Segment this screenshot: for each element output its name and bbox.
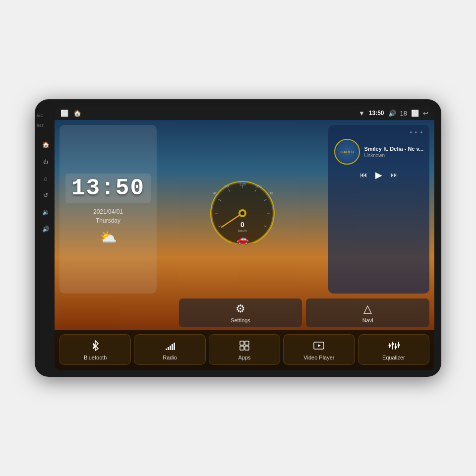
bluetooth-label: Bluetooth xyxy=(84,355,107,360)
settings-button[interactable]: ⚙ Settings xyxy=(179,298,302,327)
svg-rect-29 xyxy=(245,346,249,350)
spacer xyxy=(60,298,175,327)
svg-marker-31 xyxy=(318,344,321,347)
play-button[interactable]: ▶ xyxy=(375,170,382,180)
equalizer-label: Equalizer xyxy=(382,355,405,360)
navi-label: Navi xyxy=(362,317,373,323)
equalizer-icon xyxy=(388,340,400,352)
apps-label: Apps xyxy=(238,355,250,360)
speedometer-svg: 40 80 120 160 200 0 km/h xyxy=(203,174,282,243)
apps-button[interactable]: Apps xyxy=(209,334,280,365)
svg-text:120: 120 xyxy=(239,182,246,186)
home-side-icon[interactable]: 🏠 xyxy=(40,139,52,151)
settings-navi-row: ⚙ Settings △ Navi xyxy=(55,298,434,330)
radio-button[interactable]: Radio xyxy=(134,334,205,365)
svg-text:0: 0 xyxy=(240,221,244,229)
artist-name: Unknown xyxy=(364,153,423,158)
music-widget: ✦ ✦ ✦ CARFU Smiley ft. Delia - Ne v... U… xyxy=(328,125,429,294)
status-left: ⬜ 🏠 xyxy=(60,110,81,117)
video-player-button[interactable]: Video Player xyxy=(283,334,355,365)
settings-icon: ⚙ xyxy=(236,302,245,315)
status-time: 13:50 xyxy=(369,110,384,117)
equalizer-button[interactable]: Equalizer xyxy=(358,334,429,365)
next-button[interactable]: ⏭ xyxy=(390,171,398,179)
svg-point-37 xyxy=(394,346,397,349)
volume-level: 18 xyxy=(400,110,407,117)
bluetooth-button[interactable]: Bluetooth xyxy=(60,334,131,365)
speedometer-widget: 40 80 120 160 200 0 km/h xyxy=(161,125,324,294)
svg-rect-26 xyxy=(240,341,244,345)
video-player-label: Video Player xyxy=(303,355,334,360)
album-art: CARFU xyxy=(334,139,360,165)
radio-icon xyxy=(164,340,176,352)
back-side-icon[interactable]: ↺ xyxy=(40,189,52,201)
svg-rect-24 xyxy=(172,344,173,350)
svg-point-33 xyxy=(388,345,391,347)
screen-status-icon: ⬜ xyxy=(411,110,419,117)
prev-button[interactable]: ⏮ xyxy=(359,171,367,179)
music-top: CARFU Smiley ft. Delia - Ne v... Unknown xyxy=(334,139,423,165)
svg-point-18 xyxy=(240,211,244,215)
bottom-app-bar: Bluetooth Radio xyxy=(55,330,434,370)
top-widgets: 13:50 2021/04/01 Thursday ⛅ xyxy=(55,120,434,298)
window-icon: ⬜ xyxy=(60,110,68,117)
settings-label: Settings xyxy=(231,317,250,323)
mic-label: MIC xyxy=(37,114,43,118)
svg-text:200: 200 xyxy=(267,191,274,195)
wifi-icon: ▼ xyxy=(358,110,365,117)
svg-point-35 xyxy=(391,343,394,346)
svg-point-39 xyxy=(397,344,400,347)
screen: ⬜ 🏠 ▼ 13:50 🔊 18 ⬜ ↩ 13:50 2021/04/01 xyxy=(55,106,434,370)
apps-icon xyxy=(238,340,250,352)
back-status-icon: ↩ xyxy=(423,110,428,117)
svg-rect-23 xyxy=(170,346,171,350)
svg-rect-22 xyxy=(168,347,169,350)
car-head-unit: MIC RST 🏠 ⏻ ⌂ ↺ 🔉 🔊 ⬜ 🏠 ▼ 13:50 🔊 18 ⬜ ↩ xyxy=(35,99,441,377)
bluetooth-icon xyxy=(89,340,101,352)
status-bar: ⬜ 🏠 ▼ 13:50 🔊 18 ⬜ ↩ xyxy=(55,106,434,120)
svg-rect-25 xyxy=(174,343,175,350)
svg-rect-28 xyxy=(240,346,244,350)
home-status-icon: 🏠 xyxy=(73,110,81,117)
home2-side-icon[interactable]: ⌂ xyxy=(40,173,52,184)
volume-icon: 🔊 xyxy=(388,110,396,117)
status-right: ▼ 13:50 🔊 18 ⬜ ↩ xyxy=(358,110,428,117)
vol-down-side-icon[interactable]: 🔉 xyxy=(40,206,52,218)
speedo-container: 40 80 120 160 200 0 km/h xyxy=(203,174,282,245)
music-info: Smiley ft. Delia - Ne v... Unknown xyxy=(364,146,423,158)
svg-text:40: 40 xyxy=(213,191,218,195)
side-buttons: 🏠 ⏻ ⌂ ↺ 🔉 🔊 xyxy=(40,139,52,235)
rst-label: RST xyxy=(37,124,44,127)
radio-label: Radio xyxy=(163,355,177,360)
reset-side-icon[interactable]: ⏻ xyxy=(40,156,52,168)
clock-widget: 13:50 2021/04/01 Thursday ⛅ xyxy=(60,125,157,294)
navi-icon: △ xyxy=(363,302,372,315)
weather-icon: ⛅ xyxy=(100,229,117,245)
vol-up-side-icon[interactable]: 🔊 xyxy=(40,223,52,235)
video-player-icon xyxy=(313,340,325,352)
clock-date: 2021/04/01 Thursday xyxy=(93,207,123,225)
svg-text:80: 80 xyxy=(225,184,229,188)
song-title: Smiley ft. Delia - Ne v... xyxy=(364,146,423,152)
star-decoration: ✦ ✦ ✦ xyxy=(334,130,423,135)
svg-rect-27 xyxy=(245,341,249,345)
clock-time-display: 13:50 xyxy=(65,174,151,203)
svg-text:km/h: km/h xyxy=(238,229,247,233)
music-controls[interactable]: ⏮ ▶ ⏭ xyxy=(334,170,423,180)
svg-text:160: 160 xyxy=(255,184,262,188)
svg-rect-21 xyxy=(166,349,167,350)
navi-button[interactable]: △ Navi xyxy=(306,298,429,327)
main-screen: 13:50 2021/04/01 Thursday ⛅ xyxy=(55,120,434,370)
